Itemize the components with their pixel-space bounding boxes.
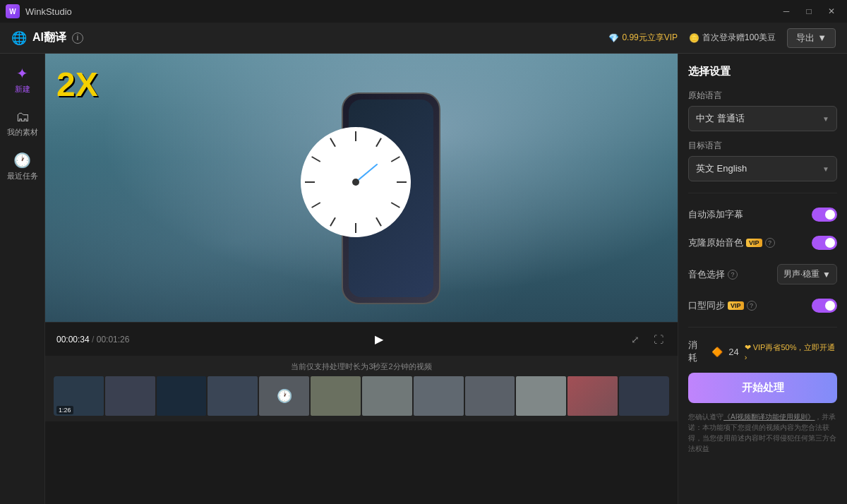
source-lang-select[interactable]: 中文 普通话 ▼ [688,106,837,131]
export-button[interactable]: 导出 ▼ [787,28,836,48]
sidebar-item-new-label: 新建 [15,84,30,95]
film-frame-4 [208,376,258,416]
time-display: 00:00:34 / 00:01:26 [56,335,129,344]
film-frame-7 [362,376,412,416]
auto-subtitle-toggle[interactable] [812,208,837,222]
film-frame-2 [105,376,155,416]
coin-icon: 🪙 [689,33,699,43]
lip-sync-label-group: 口型同步 VIP ? [688,299,757,312]
disclaimer: 您确认遵守《AI视频翻译功能使用规则》，并承诺：本功能项下您提供的视频内容为您合… [688,412,837,454]
settings-title: 选择设置 [688,65,837,78]
source-lang-arrow-icon: ▼ [822,115,829,123]
target-lang-value: 英文 English [696,162,747,175]
film-frame-8 [414,376,464,416]
current-time: 00:00:34 [56,335,90,344]
info-icon[interactable]: i [72,32,83,44]
film-frame-1: 1:26 [54,376,104,416]
filmstrip-section: 当前仅支持处理时长为3秒至2分钟的视频 1:26 🕐 [45,356,678,421]
clone-vip-badge: VIP [746,239,762,247]
video-section: 00:OPUS [45,54,678,504]
voice-select-dropdown[interactable]: 男声·稳重 ▼ [777,264,837,284]
divider-1 [688,193,837,193]
clone-voice-label: 克隆原始音色 [688,236,743,249]
timeline-controls: 00:00:34 / 00:01:26 ▶ ⤢ ⛶ [45,322,678,356]
app-header: 🌐 AI翻译 i 💎 0.99元立享VIP 🪙 首次登录赠100美豆 导出 ▼ [0,23,847,54]
vip-promo-button[interactable]: 💎 0.99元立享VIP [608,32,678,44]
voice-select-label: 音色选择 [688,268,725,281]
start-button[interactable]: 开始处理 [688,373,837,403]
clock-svg [299,126,412,239]
sidebar: ✦ 新建 🗂 我的素材 🕐 最近任务 [0,54,45,504]
disclaimer-text: 您确认遵守 [688,413,723,421]
film-frame-10 [516,376,566,416]
lip-sync-row: 口型同步 VIP ? [688,296,837,316]
divider-2 [688,327,837,328]
vip-promo-label: 0.99元立享VIP [622,32,678,44]
duration-label: 1:26 [56,406,73,414]
source-lang-group: 原始语言 中文 普通话 ▼ [688,90,837,131]
clone-help-icon[interactable]: ? [765,238,775,248]
sign-promo-button[interactable]: 🪙 首次登录赠100美豆 [689,32,776,44]
sidebar-item-recent[interactable]: 🕐 最近任务 [3,146,42,187]
close-button[interactable]: ✕ [822,4,841,19]
play-icon: ▶ [375,332,383,346]
page-title: AI翻译 [32,30,66,45]
cost-value: 24 [728,347,738,357]
resize-button[interactable]: ⤢ [628,331,642,348]
clone-voice-label-group: 克隆原始音色 VIP ? [688,236,775,249]
filmstrip-notice: 当前仅支持处理时长为3秒至2分钟的视频 [54,361,669,372]
voice-select-label-group: 音色选择 ? [688,268,738,281]
header-title-section: 🌐 AI翻译 i [11,30,83,46]
disclaimer-link[interactable]: 《AI视频翻译功能使用规则》 [723,413,815,421]
cost-row: 消耗 🔶 24 ❤ VIP再省50%，立即开通 › [688,339,837,364]
film-frame-5: 🕐 [259,376,309,416]
auto-subtitle-label-group: 自动添加字幕 [688,208,743,221]
fullscreen-button[interactable]: ⛶ [651,331,666,348]
film-frame-6 [311,376,361,416]
main-layout: ✦ 新建 🗂 我的素材 🕐 最近任务 00:OPUS [0,54,847,504]
source-lang-label: 原始语言 [688,90,837,102]
source-lang-value: 中文 普通话 [696,112,745,125]
clone-voice-row: 克隆原始音色 VIP ? [688,233,837,253]
clone-voice-toggle[interactable] [812,236,837,250]
sign-promo-label: 首次登录赠100美豆 [702,32,776,44]
sidebar-item-materials[interactable]: 🗂 我的素材 [3,103,42,143]
clock-overlay [299,126,412,239]
titlebar: W WinkStudio ─ □ ✕ [0,0,847,23]
app-logo-icon: W [6,4,20,18]
minimize-button[interactable]: ─ [776,4,796,19]
voice-help-icon[interactable]: ? [728,270,738,280]
header-right-section: 💎 0.99元立享VIP 🪙 首次登录赠100美豆 导出 ▼ [608,28,836,48]
diamond-icon: 💎 [608,33,619,43]
export-label: 导出 [796,32,815,44]
play-button[interactable]: ▶ [368,328,390,351]
vip-save-label: ❤ VIP再省50%，立即开通 › [745,342,837,361]
film-frame-12 [619,376,669,416]
lip-sync-label: 口型同步 [688,299,725,312]
window-controls: ─ □ ✕ [776,4,841,19]
vip-save-button[interactable]: ❤ VIP再省50%，立即开通 › [745,342,837,361]
recent-icon: 🕐 [13,152,31,169]
cost-icon: 🔶 [711,347,723,357]
app-name: WinkStudio [25,6,72,17]
export-arrow-icon: ▼ [817,32,827,43]
video-container: 00:OPUS [45,54,678,322]
target-lang-label: 目标语言 [688,140,837,152]
filmstrip[interactable]: 1:26 🕐 [54,376,669,416]
film-frame-11 [567,376,618,416]
target-lang-arrow-icon: ▼ [822,165,829,173]
target-lang-select[interactable]: 英文 English ▼ [688,156,837,181]
right-panel: 选择设置 原始语言 中文 普通话 ▼ 目标语言 英文 English ▼ 自动添… [678,54,847,504]
maximize-button[interactable]: □ [799,4,819,19]
lip-help-icon[interactable]: ? [747,301,757,311]
sidebar-item-materials-label: 我的素材 [7,127,38,138]
content-area: 00:OPUS [45,54,678,504]
film-clock-icon: 🕐 [277,388,292,404]
sidebar-item-recent-label: 最近任务 [7,171,38,181]
cost-label: 消耗 [688,339,706,364]
svg-point-16 [352,179,359,186]
voice-select-row: 音色选择 ? 男声·稳重 ▼ [688,261,837,287]
resize-icon: ⤢ [631,334,639,345]
sidebar-item-new[interactable]: ✦ 新建 [3,59,42,100]
lip-sync-toggle[interactable] [812,299,837,313]
